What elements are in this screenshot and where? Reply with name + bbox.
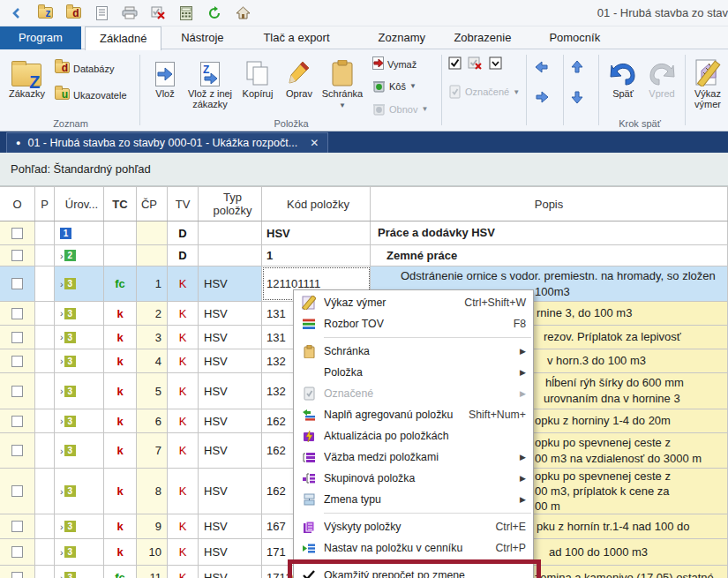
menu-item-nastav-na-položku-v-cenníku[interactable]: Nastav na položku v cenníkuCtrl+P [294, 537, 533, 559]
column-header-4[interactable]: TC [104, 187, 137, 221]
p-cell[interactable] [35, 469, 55, 514]
level-cell[interactable]: ›3 [55, 514, 104, 538]
cp-cell[interactable]: 6 [137, 409, 168, 432]
level-cell[interactable]: ›3 [55, 539, 104, 565]
tc-cell[interactable]: fc [104, 566, 137, 578]
menu-item-výkaz-výmer[interactable]: Výkaz výmerCtrl+Shift+W [294, 292, 533, 313]
p-cell[interactable] [35, 539, 55, 565]
move-left-arrow-icon[interactable] [535, 60, 549, 74]
p-cell[interactable] [35, 373, 55, 409]
tc-cell[interactable]: k [104, 539, 137, 565]
level-cell[interactable]: ›3 [55, 266, 104, 301]
menu-item-väzba-medzi-položkami[interactable]: Väzba medzi položkami▶ [294, 447, 533, 468]
code-cell[interactable]: 1 [262, 245, 371, 266]
cp-cell[interactable] [137, 245, 168, 266]
row-checkbox[interactable] [11, 572, 23, 578]
cp-cell[interactable]: 4 [137, 349, 168, 372]
type-cell[interactable]: HSV [199, 566, 262, 578]
menu-tab-program[interactable]: Program [0, 26, 81, 49]
menu-item-schránka[interactable]: Schránka▶ [294, 341, 533, 362]
orders-folder-z-icon[interactable]: z [35, 4, 55, 23]
type-cell[interactable]: HSV [199, 514, 262, 538]
level-cell[interactable]: ›3 [55, 373, 104, 409]
row-checkbox[interactable] [11, 546, 23, 558]
row-checkbox[interactable] [11, 485, 23, 497]
column-header-9[interactable]: Popis [371, 187, 728, 221]
type-cell[interactable] [199, 245, 262, 266]
type-cell[interactable]: HSV [199, 409, 262, 432]
tv-cell[interactable]: K [168, 349, 199, 372]
tc-cell[interactable]: k [104, 373, 137, 409]
calculator-icon[interactable] [176, 4, 196, 23]
type-cell[interactable]: HSV [199, 349, 262, 372]
tc-cell[interactable]: fc [104, 266, 137, 301]
select-cell[interactable] [0, 266, 35, 301]
tv-cell[interactable]: K [168, 409, 199, 432]
checkbox-menu-icon[interactable] [489, 56, 502, 70]
select-cell[interactable] [0, 514, 35, 538]
level-cell[interactable]: ›3 [55, 302, 104, 325]
refresh-icon[interactable] [205, 4, 224, 23]
table-row[interactable]: ›2D1Zemné práce [0, 245, 728, 266]
checkbox-checked-icon[interactable] [448, 56, 462, 70]
tv-cell[interactable]: K [168, 514, 199, 538]
column-header-7[interactable]: Typ položky [199, 187, 262, 221]
level-cell[interactable]: ›3 [55, 469, 104, 514]
type-cell[interactable]: HSV [199, 539, 262, 565]
tc-cell[interactable]: k [104, 302, 137, 325]
databases-folder-d-icon[interactable]: d [64, 4, 83, 23]
tv-cell[interactable]: D [168, 245, 199, 266]
p-cell[interactable] [35, 302, 55, 325]
vloz-z-inej-button[interactable]: Z Vlož z inej zákazky [185, 55, 235, 109]
p-cell[interactable] [35, 326, 55, 349]
row-checkbox[interactable] [11, 278, 23, 289]
p-cell[interactable] [35, 266, 55, 301]
menu-tab-pomocn-k[interactable]: Pomocník [535, 26, 614, 49]
tc-cell[interactable]: k [104, 469, 137, 514]
move-right-arrow-icon[interactable] [535, 90, 549, 104]
menu-item-položka[interactable]: Položka▶ [294, 362, 533, 383]
description-cell[interactable]: Zemné práce [371, 245, 728, 266]
p-cell[interactable] [35, 409, 55, 432]
row-checkbox[interactable] [11, 332, 23, 343]
tv-cell[interactable]: K [168, 539, 199, 565]
column-header-3[interactable]: Úrov... [55, 187, 104, 221]
menu-tab-zoznamy[interactable]: Zoznamy [364, 26, 439, 49]
level-cell[interactable]: ›3 [55, 566, 104, 578]
row-checkbox[interactable] [11, 521, 23, 532]
move-down-arrow-icon[interactable] [570, 90, 584, 104]
level-cell[interactable]: 1 [55, 221, 104, 244]
tc-cell[interactable] [104, 245, 137, 266]
select-cell[interactable] [0, 245, 35, 266]
tc-cell[interactable]: k [104, 326, 137, 349]
kopiruj-button[interactable]: Kopíruj [236, 55, 279, 99]
tv-cell[interactable]: K [168, 566, 199, 578]
code-cell[interactable]: HSV [262, 221, 371, 244]
p-cell[interactable] [35, 514, 55, 538]
p-cell[interactable] [35, 349, 55, 372]
tc-cell[interactable]: k [104, 409, 137, 432]
tv-cell[interactable]: K [168, 326, 199, 349]
select-cell[interactable] [0, 349, 35, 372]
table-row[interactable]: 1DHSVPráce a dodávky HSV [0, 221, 728, 245]
p-cell[interactable] [35, 566, 55, 578]
column-header-2[interactable]: P [35, 187, 55, 221]
level-cell[interactable]: ›3 [55, 409, 104, 432]
menu-item-skupinová-položka[interactable]: Skupinová položka▶ [294, 468, 533, 489]
menu-tab-z-kladn-[interactable]: Základné [85, 26, 161, 50]
cp-cell[interactable]: 1 [137, 266, 168, 301]
databazy-button[interactable]: d Databázy [55, 62, 114, 75]
p-cell[interactable] [35, 245, 55, 266]
vymaz-button[interactable]: Vymaž [372, 56, 417, 71]
menu-tab-zobrazenie[interactable]: Zobrazenie [439, 26, 525, 49]
row-checkbox[interactable] [11, 416, 23, 427]
tv-cell[interactable]: D [168, 221, 199, 244]
schranka-button[interactable]: Schránka ▼ [319, 55, 365, 111]
select-cell[interactable] [0, 409, 35, 432]
row-checkbox[interactable] [11, 228, 23, 239]
close-icon[interactable]: ✕ [310, 137, 319, 149]
select-cell[interactable] [0, 373, 35, 409]
type-cell[interactable]: HSV [199, 302, 262, 325]
menu-item-rozbor-tov[interactable]: Rozbor TOVF8 [294, 313, 533, 334]
row-checkbox[interactable] [11, 356, 23, 367]
